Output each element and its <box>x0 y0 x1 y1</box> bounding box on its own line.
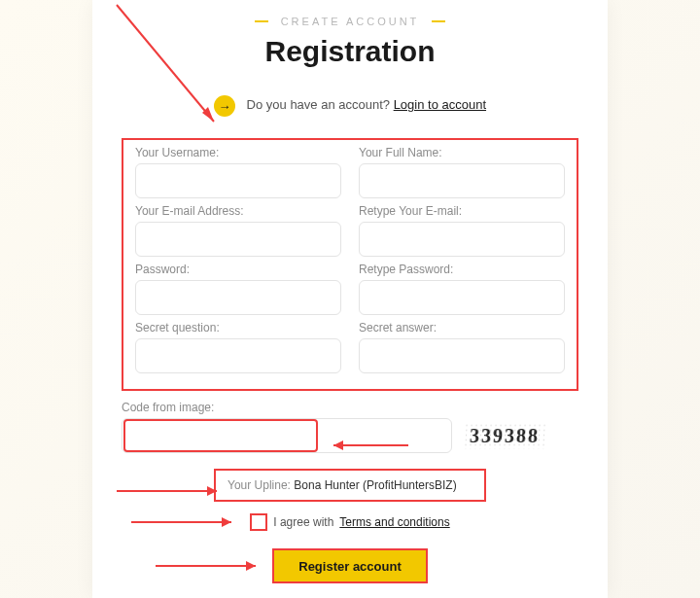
retype-password-label: Retype Password: <box>359 263 565 276</box>
agree-text: I agree with <box>273 515 333 529</box>
retype-password-input[interactable] <box>359 280 565 315</box>
username-label: Your Username: <box>135 146 341 159</box>
secret-answer-label: Secret answer: <box>359 321 565 334</box>
terms-link[interactable]: Terms and conditions <box>339 515 449 529</box>
login-prompt-text: Do you have an account? <box>247 97 390 112</box>
password-label: Password: <box>135 263 341 276</box>
agree-row: I agree with Terms and conditions <box>92 513 608 531</box>
password-input[interactable] <box>135 280 341 315</box>
header-subtitle: CREATE ACCOUNT <box>281 16 420 27</box>
secret-question-label: Secret question: <box>135 321 341 334</box>
login-prompt: → Do you have an account? Login to accou… <box>92 95 608 117</box>
email-label: Your E-mail Address: <box>135 204 341 218</box>
email-input[interactable] <box>135 222 341 257</box>
login-link[interactable]: Login to account <box>394 97 486 112</box>
captcha-image: 339388 <box>465 425 543 447</box>
secret-question-input[interactable] <box>135 338 341 373</box>
retype-email-input[interactable] <box>359 222 565 257</box>
retype-email-label: Retype Your E-mail: <box>359 204 565 218</box>
form-fields-highlight-box: Your Username: Your Full Name: Your E-ma… <box>122 138 578 391</box>
upline-value: Bona Hunter (ProfitHuntersBIZ) <box>294 478 456 492</box>
fullname-input[interactable] <box>359 163 565 198</box>
fullname-label: Your Full Name: <box>359 146 565 159</box>
username-input[interactable] <box>135 163 341 198</box>
page-title: Registration <box>92 35 608 68</box>
captcha-input-outer <box>122 418 452 453</box>
agree-checkbox[interactable] <box>250 513 267 531</box>
dash-left-icon <box>255 20 268 22</box>
upline-label: Your Upline: <box>228 478 291 492</box>
arrow-right-icon: → <box>214 95 235 117</box>
register-button[interactable]: Register account <box>272 548 428 583</box>
captcha-label: Code from image: <box>122 401 578 414</box>
captcha-input[interactable] <box>123 419 318 452</box>
upline-box: Your Upline: Bona Hunter (ProfitHuntersB… <box>214 469 486 502</box>
secret-answer-input[interactable] <box>359 338 565 373</box>
header-subtitle-wrap: CREATE ACCOUNT <box>92 12 608 29</box>
dash-right-icon <box>432 20 445 22</box>
